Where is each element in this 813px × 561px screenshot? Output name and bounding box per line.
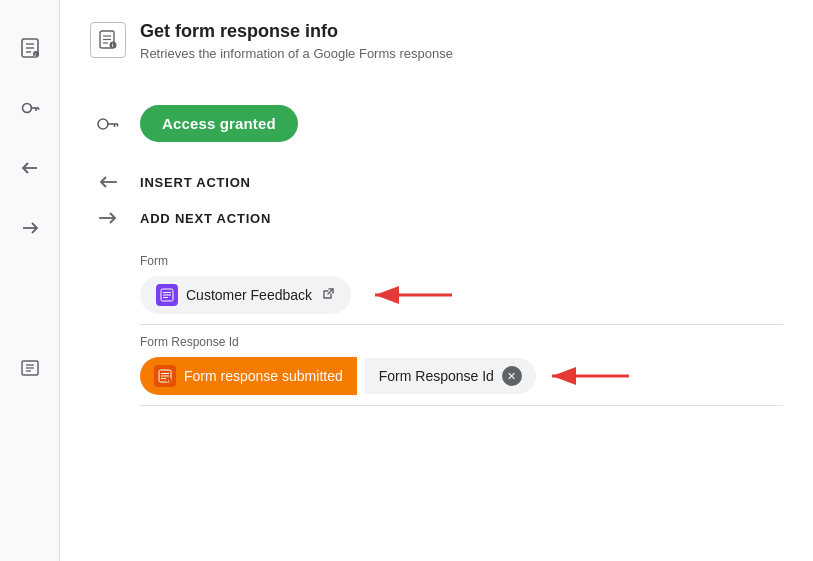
response-chip-row: i Form response submitted Form Response …	[140, 357, 783, 395]
add-next-arrow-icon	[90, 210, 126, 226]
main-container: i	[0, 0, 813, 561]
response-id-field-label: Form Response Id	[140, 335, 783, 349]
external-link-icon	[322, 287, 335, 303]
form-response-id-text: Form Response Id	[379, 368, 494, 384]
response-id-field-group: Form Response Id i	[140, 325, 783, 406]
svg-text:i: i	[168, 379, 169, 383]
form-field-row: Customer Feedback	[140, 276, 783, 314]
red-arrow-form	[367, 280, 457, 310]
customer-feedback-chip[interactable]: Customer Feedback	[140, 276, 351, 314]
insert-action-label: INSERT ACTION	[140, 175, 251, 190]
access-section: Access granted	[90, 83, 783, 164]
form-response-submitted-chip[interactable]: i Form response submitted	[140, 357, 357, 395]
form-response-submitted-label: Form response submitted	[184, 368, 343, 384]
form-field-group: Form Customer Feedback	[140, 244, 783, 325]
sidebar-icon-arrow-left[interactable]	[0, 138, 60, 198]
sidebar: i	[0, 0, 60, 561]
sidebar-icon-arrow-right[interactable]	[0, 198, 60, 258]
form-field-label: Form	[140, 254, 783, 268]
page-subtitle: Retrieves the information of a Google Fo…	[140, 46, 453, 61]
header-text: Get form response info Retrieves the inf…	[140, 20, 453, 61]
form-chip-label: Customer Feedback	[186, 287, 312, 303]
sidebar-icon-list[interactable]	[0, 338, 60, 398]
insert-arrow-icon	[90, 174, 126, 190]
access-granted-button[interactable]: Access granted	[140, 105, 298, 142]
svg-line-32	[328, 289, 333, 294]
form-response-id-chip: Form Response Id ✕	[365, 358, 536, 394]
header-section: i Get form response info Retrieves the i…	[90, 20, 783, 83]
svg-point-6	[22, 104, 31, 113]
key-row-icon	[90, 116, 126, 132]
add-next-action-section: ADD NEXT ACTION	[90, 200, 783, 244]
sidebar-icon-key[interactable]	[0, 78, 60, 138]
red-arrow-response	[544, 361, 634, 391]
insert-action-section: INSERT ACTION	[90, 164, 783, 200]
form-chip-icon	[156, 284, 178, 306]
close-response-id-button[interactable]: ✕	[502, 366, 522, 386]
svg-point-22	[98, 119, 108, 129]
content-area: i Get form response info Retrieves the i…	[60, 0, 813, 561]
fields-area: Form Customer Feedback	[90, 244, 783, 406]
sidebar-icon-form[interactable]: i	[0, 18, 60, 78]
add-next-action-label: ADD NEXT ACTION	[140, 211, 271, 226]
page-title: Get form response info	[140, 20, 453, 43]
response-chip-orange-icon: i	[154, 365, 176, 387]
header-icon-box: i	[90, 22, 126, 58]
